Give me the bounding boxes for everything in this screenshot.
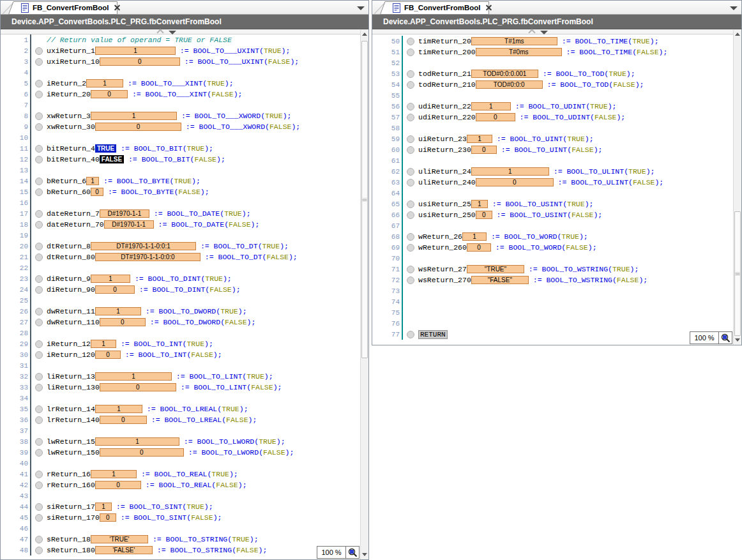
- code-line[interactable]: 47sReturn_18'TRUE' := BOOL_TO_STRING(TRU…: [1, 534, 360, 545]
- code-line[interactable]: 12bitReturn_40FALSE := BOOL_TO_BIT(FALSE…: [1, 154, 360, 165]
- breakpoint-margin[interactable]: [31, 47, 47, 55]
- code-line[interactable]: 23diReturn_91 := BOOL_TO_DINT(TRUE);: [1, 273, 360, 284]
- close-icon[interactable]: [114, 5, 120, 11]
- monitor-value[interactable]: 1: [471, 200, 488, 208]
- code-line[interactable]: 69wReturn_2600 := BOOL_TO_WORD(FALSE);: [372, 242, 733, 253]
- monitor-value[interactable]: D#1970-1-1: [100, 209, 149, 218]
- code-line-blank[interactable]: 4: [1, 67, 360, 78]
- breakpoint-margin[interactable]: [403, 211, 418, 219]
- code-line-blank[interactable]: 25: [1, 295, 360, 306]
- code-line[interactable]: 30iReturn_1200 := BOOL_TO_INT(FALSE);: [1, 349, 360, 360]
- breakpoint-dot[interactable]: [35, 384, 43, 391]
- breakpoint-dot[interactable]: [35, 145, 43, 153]
- monitor-value[interactable]: "TRUE": [467, 265, 524, 273]
- monitor-value[interactable]: 0: [95, 351, 121, 359]
- breakpoint-dot[interactable]: [35, 471, 43, 478]
- code-line-blank[interactable]: 61: [372, 155, 733, 166]
- breakpoint-margin[interactable]: [31, 405, 47, 413]
- vertical-scrollbar[interactable]: [733, 30, 741, 345]
- breakpoint-margin[interactable]: [31, 254, 47, 261]
- monitor-value[interactable]: 1: [467, 135, 492, 143]
- zoom-button[interactable]: [719, 331, 732, 344]
- monitor-value[interactable]: 0: [100, 383, 176, 391]
- breakpoint-dot[interactable]: [35, 188, 43, 196]
- monitor-value[interactable]: 0: [467, 243, 491, 252]
- breakpoint-dot[interactable]: [407, 168, 414, 176]
- code-line[interactable]: 5iReturn_21 := BOOL_TO___XINT(TRUE);: [1, 78, 360, 89]
- tab-list-dropdown-icon[interactable]: [730, 6, 738, 10]
- monitor-value[interactable]: DT#1970-1-1-0:0:0: [95, 253, 201, 261]
- code-line[interactable]: 21dtReturn_80DT#1970-1-1-0:0:0 := BOOL_T…: [1, 252, 360, 262]
- monitor-value[interactable]: 0: [476, 211, 492, 219]
- breakpoint-margin[interactable]: [403, 146, 418, 154]
- breakpoint-margin[interactable]: [403, 244, 418, 252]
- monitor-value[interactable]: 0: [95, 123, 181, 131]
- monitor-value[interactable]: 1: [95, 405, 142, 413]
- monitor-value[interactable]: 0: [476, 178, 554, 186]
- code-line[interactable]: 57udiReturn_2200 := BOOL_TO_UDINT(FALSE)…: [372, 112, 733, 123]
- breakpoint-dot[interactable]: [35, 319, 43, 326]
- breakpoint-margin[interactable]: [31, 286, 47, 294]
- monitor-value[interactable]: D#1970-1-1: [104, 220, 154, 229]
- monitor-value[interactable]: 1: [86, 79, 123, 87]
- breakpoint-margin[interactable]: [31, 58, 47, 66]
- monitor-value[interactable]: 'TRUE': [91, 535, 148, 543]
- code-line-blank[interactable]: 10: [1, 132, 360, 143]
- code-line[interactable]: 24diReturn_900 := BOOL_TO_DINT(FALSE);: [1, 284, 360, 295]
- breakpoint-margin[interactable]: [31, 243, 47, 250]
- code-line[interactable]: 9xwReturn_300 := BOOL_TO___XWORD(FALSE);: [1, 121, 360, 132]
- monitor-value[interactable]: 1: [91, 112, 177, 120]
- breakpoint-dot[interactable]: [35, 47, 43, 55]
- code-line[interactable]: 29iReturn_121 := BOOL_TO_INT(TRUE);: [1, 338, 360, 349]
- breakpoint-margin[interactable]: [31, 536, 47, 543]
- code-line-blank[interactable]: 52: [372, 57, 733, 68]
- breakpoint-dot[interactable]: [35, 340, 43, 348]
- code-line[interactable]: 54todReturn_210TOD#0:0:0 := BOOL_TO_TOD(…: [372, 79, 733, 90]
- monitor-value[interactable]: TOD#0:0:0: [476, 80, 543, 89]
- monitor-value[interactable]: 0: [91, 90, 128, 98]
- code-line-blank[interactable]: 74: [372, 296, 733, 307]
- breakpoint-dot[interactable]: [35, 547, 43, 554]
- code-line[interactable]: 8xwReturn_31 := BOOL_TO___XWORD(TRUE);: [1, 110, 360, 121]
- breakpoint-margin[interactable]: [31, 80, 47, 87]
- code-area[interactable]: 1// Return value of operand = TRUE or FA…: [1, 34, 360, 559]
- breakpoint-margin[interactable]: [31, 514, 47, 522]
- code-line[interactable]: 26dwReturn_111 := BOOL_TO_DWORD(TRUE);: [1, 306, 360, 317]
- breakpoint-dot[interactable]: [407, 266, 414, 273]
- monitor-value[interactable]: 0: [100, 416, 147, 424]
- code-line[interactable]: 42rReturn_1600 := BOOL_TO_REAL(FALSE);: [1, 480, 360, 490]
- breakpoint-margin[interactable]: [31, 449, 47, 457]
- code-line[interactable]: 59uiReturn_231 := BOOL_TO_UINT(TRUE);: [372, 133, 733, 144]
- breakpoint-dot[interactable]: [35, 221, 43, 229]
- code-line[interactable]: 68wReturn_261 := BOOL_TO_WORD(TRUE);: [372, 231, 733, 242]
- code-line[interactable]: 18dateReturn_70D#1970-1-1 := BOOL_TO_DAT…: [1, 219, 360, 230]
- breakpoint-dot[interactable]: [407, 38, 414, 45]
- code-line-blank[interactable]: 76: [372, 318, 733, 329]
- breakpoint-margin[interactable]: [403, 70, 418, 78]
- monitor-value[interactable]: 1: [95, 503, 112, 511]
- breakpoint-margin[interactable]: [403, 331, 418, 338]
- code-line-blank[interactable]: 70: [372, 253, 733, 264]
- code-line[interactable]: 51timReturn_200T#0ms := BOOL_TO_TIME(FAL…: [372, 47, 733, 57]
- breakpoint-dot[interactable]: [407, 179, 414, 186]
- monitor-value[interactable]: 0: [91, 188, 103, 196]
- code-line[interactable]: 17dateReturn_7D#1970-1-1 := BOOL_TO_DATE…: [1, 208, 360, 219]
- breakpoint-dot[interactable]: [35, 503, 43, 511]
- breakpoint-dot[interactable]: [35, 58, 43, 66]
- code-line[interactable]: 2uxiReturn_11 := BOOL_TO___UXINT(TRUE);: [1, 45, 360, 56]
- code-line-blank[interactable]: 64: [372, 188, 733, 199]
- breakpoint-margin[interactable]: [31, 547, 47, 554]
- code-line[interactable]: 63uliReturn_2400 := BOOL_TO_ULINT(FALSE)…: [372, 177, 733, 188]
- monitor-value[interactable]: "FALSE": [471, 276, 529, 284]
- monitor-value[interactable]: 1: [471, 102, 511, 110]
- breakpoint-dot[interactable]: [35, 156, 43, 163]
- scroll-up-button[interactable]: [734, 30, 741, 38]
- breakpoint-margin[interactable]: [31, 438, 47, 446]
- code-line-blank[interactable]: 58: [372, 123, 733, 133]
- monitor-value[interactable]: T#0ms: [476, 48, 562, 56]
- breakpoint-margin[interactable]: [403, 81, 418, 89]
- breakpoint-margin[interactable]: [403, 103, 418, 110]
- breakpoint-margin[interactable]: [403, 179, 418, 186]
- code-line[interactable]: 56udiReturn_221 := BOOL_TO_UDINT(TRUE);: [372, 101, 733, 112]
- code-line[interactable]: 50timReturn_20T#1ms := BOOL_TO_TIME(TRUE…: [372, 36, 733, 47]
